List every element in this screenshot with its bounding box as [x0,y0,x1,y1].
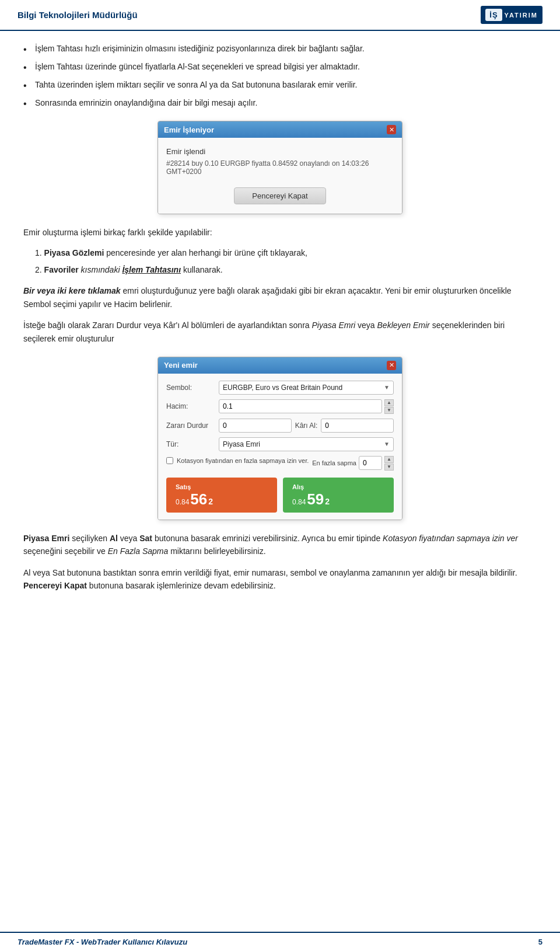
sembol-label: Sembol: [166,384,219,392]
para3-text: İsteğe bağlı olarak Zararı Durdur veya K… [23,321,505,343]
sub-item-2-rest: kullanarak. [181,265,223,274]
hacim-input[interactable] [219,399,382,413]
para4-text2: veya [120,534,139,543]
sembol-chevron-icon: ▼ [384,384,390,391]
sub-item-1-num: 1. [35,248,44,257]
dialog1-info-label: Emir işlendi [166,147,394,156]
page-header: Bilgi Teknolojileri Müdürlüğü İŞ YATIRIM [0,0,560,31]
kar-al-input-group [321,419,394,433]
dialog1-close-icon[interactable]: ✕ [387,125,396,134]
para5: Al veya Sat butonuna bastıktan sonra emr… [23,566,537,593]
pencereyi-kapat-button[interactable]: Pencereyi Kapat [234,187,326,204]
hacim-spinner: ▲ ▼ [384,399,394,414]
header-title: Bilgi Teknolojileri Müdürlüğü [18,10,138,20]
para2: Bir veya iki kere tıklamak emri oluşturd… [23,284,537,311]
dialog2-close-icon[interactable]: ✕ [387,361,396,370]
para4-text1: seçiliyken [72,534,110,543]
satis-button[interactable]: Satış 0.84 56 2 [166,478,277,513]
tur-value: Piyasa Emri [223,440,260,448]
dialog2-title: Yeni emir [164,361,198,370]
logo-is: İŞ [485,9,502,21]
zarari-kar-row: Zararı Durdur Kârı Al: [166,419,394,433]
kotasyon-checkbox-area: Kotasyon fiyatından en fazla sapmaya izi… [166,457,312,464]
bir-veya-iki-kere: Bir veya iki kere tıklamak [23,286,121,295]
sub-item-1: 1. Piyasa Gözlemi penceresinde yer alan … [35,247,537,259]
kotasyon-italic: Kotasyon fiyatından sapmaya izin ver [383,534,518,543]
sub-item-1-bold: Piyasa Gözlemi [44,248,104,257]
hacim-row: Hacim: ▲ ▼ [166,399,394,414]
bullet-item-2: İşlem Tahtası üzerinde güncel fiyatlarla… [23,61,537,73]
sub-item-2: 2. Favoriler kısmındaki İşlem Tahtasını … [35,264,537,276]
al-bold: Al [110,534,118,543]
alis-pips: 2 [325,497,330,506]
para4-text3: butonuna basarak emrinizi verebilirsiniz… [155,534,383,543]
zarari-input-group [219,419,292,433]
en-fazla-sapma-area: En fazla sapma ▲ ▼ [312,456,394,471]
sembol-value: EURGBP, Euro vs Great Britain Pound [223,384,342,392]
dialog1-body: Emir işlendi #28214 buy 0.10 EURGBP fiya… [158,138,402,214]
en-fazla-sapma-label: En fazla sapma [312,459,356,466]
alis-price-row: 0.84 59 2 [292,492,330,507]
yeni-emir-dialog-wrapper: Yeni emir ✕ Sembol: EURGBP, Euro vs Grea… [23,357,537,520]
para1-text: Emir oluşturma işlemi birkaç farklı şeki… [23,228,212,237]
dialog2-body: Sembol: EURGBP, Euro vs Great Britain Po… [158,374,402,520]
para4: Piyasa Emri seçiliyken Al veya Sat buton… [23,532,537,558]
logo-yatirim: YATIRIM [505,12,538,19]
hacim-control: ▲ ▼ [219,399,394,414]
satis-pips: 2 [208,497,213,506]
kar-al-label: Kârı Al: [295,421,318,430]
bullet-item-1: İşlem Tahtası hızlı erişiminizin olmasın… [23,43,537,55]
para5-text2: butonuna basarak işlemlerinize devam ede… [89,581,276,590]
para4-text5: miktarını belirleyebilirsiniz. [170,546,265,556]
pencereyi-kapat-bold: Pencereyi Kapat [23,581,87,590]
kotasyon-checkbox[interactable] [166,457,173,464]
dialog1-order-detail: #28214 buy 0.10 EURGBP fiyatta 0.84592 o… [166,159,394,176]
zarari-durdur-label: Zararı Durdur [166,421,219,430]
dialog1-btn-row: Pencereyi Kapat [166,187,394,204]
emir-isleniyor-dialog-wrapper: Emir İşleniyor ✕ Emir işlendi #28214 buy… [23,121,537,214]
para1: Emir oluşturma işlemi birkaç farklı şeki… [23,226,537,239]
bullet-item-4: Sonrasında emrinizin onaylandığına dair … [23,97,537,109]
satis-main-price: 56 [190,492,207,507]
dialog1-title: Emir İşleniyor [164,126,214,134]
para3: İsteğe bağlı olarak Zararı Durdur veya K… [23,319,537,345]
sub-item-2-italic: kısmındaki [79,265,123,274]
tur-select[interactable]: Piyasa Emri ▼ [219,437,394,451]
footer-title: TradeMaster FX - WebTrader Kullanıcı Kıl… [18,938,187,946]
sub-item-2-underline-italic: İşlem Tahtasını [122,265,181,274]
sub-item-2-num: 2. [35,265,44,274]
alis-decimal: 0.84 [292,498,306,506]
sembol-select[interactable]: EURGBP, Euro vs Great Britain Pound ▼ [219,381,394,395]
en-fazla-sapma-input[interactable] [359,456,382,470]
en-fazla-sapma-italic: En Fazla Sapma [108,546,169,556]
zarari-kar-inputs: Kârı Al: [219,419,394,433]
intro-bullet-list: İşlem Tahtası hızlı erişiminizin olmasın… [23,43,537,109]
hacim-spin-up[interactable]: ▲ [384,399,394,406]
sat-bold: Sat [139,534,152,543]
sub-item-1-rest: penceresinde yer alan herhangi bir ürüne… [104,248,307,257]
sembol-control: EURGBP, Euro vs Great Britain Pound ▼ [219,381,394,395]
para4-text4: seçeneğini seçebilir ve [23,546,108,556]
sapma-spinner: ▲ ▼ [384,456,394,471]
dialog2-titlebar: Yeni emir ✕ [158,357,402,374]
checkbox-row: Kotasyon fiyatından en fazla sapmaya izi… [166,456,394,471]
para5-text1: Al veya Sat butonuna bastıktan sonra emr… [23,568,517,577]
hacim-label: Hacim: [166,402,219,410]
alis-button[interactable]: Alış 0.84 59 2 [283,478,394,513]
satis-price-row: 0.84 56 2 [176,492,213,507]
tur-control: Piyasa Emri ▼ [219,437,394,451]
tur-chevron-icon: ▼ [384,441,390,447]
sembol-row: Sembol: EURGBP, Euro vs Great Britain Po… [166,381,394,395]
alis-label: Alış [292,483,304,490]
kar-al-input[interactable] [321,419,394,433]
page-footer: TradeMaster FX - WebTrader Kullanıcı Kıl… [0,932,560,951]
alis-main-price: 59 [307,492,324,507]
piyasa-emri-bold: Piyasa Emri [23,534,69,543]
kotasyon-label: Kotasyon fiyatından en fazla sapmaya izi… [177,457,309,464]
zarari-durdur-input[interactable] [219,419,292,433]
bullet-item-3: Tahta üzerinden işlem miktarı seçilir ve… [23,79,537,91]
footer-page: 5 [538,938,542,946]
hacim-spin-down[interactable]: ▼ [384,407,394,414]
sapma-spin-down[interactable]: ▼ [384,464,394,471]
sapma-spin-up[interactable]: ▲ [384,456,394,463]
